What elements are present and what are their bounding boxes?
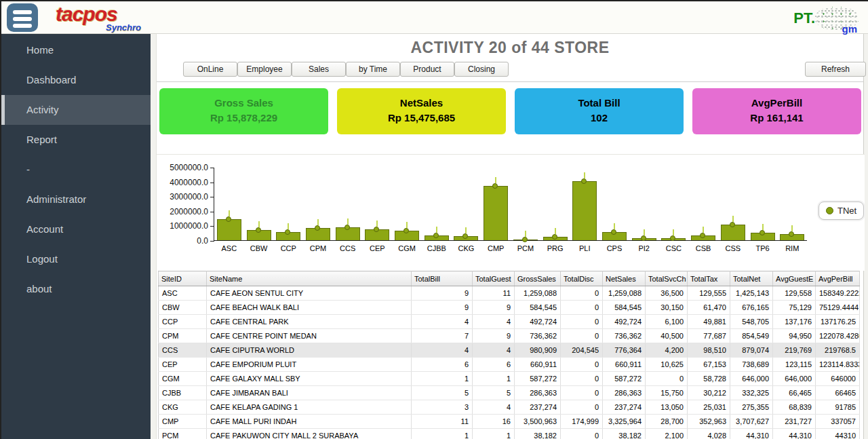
sidebar-item-activity[interactable]: Activity [1,95,151,125]
refresh-button[interactable]: Refresh [805,62,866,77]
column-header-totalsvcch[interactable]: TotalSvcCh [646,271,688,286]
column-header-sitename[interactable]: SiteName [207,271,412,286]
column-header-totaltax[interactable]: TotalTax [688,271,730,286]
sidebar-item-logout[interactable]: Logout [1,244,151,274]
tnet-bar-chart: 5000000.04000000.03000000.02000000.01000… [157,154,865,271]
cell-totaldisc: 0 [561,301,603,315]
sidebar-item-home[interactable]: Home [1,35,151,65]
error-whisker-icon [376,221,378,227]
chart-bar-cep [365,229,389,240]
y-axis-tick-label: 5000000.0 [157,163,208,172]
cell-totalsvcch: 2,100 [646,429,688,439]
sidebar-item-dashboard[interactable]: Dashboard [1,65,151,95]
kpi-card-avgperbill[interactable]: AvgPerBillRp 161,141 [692,88,861,134]
x-axis-category-label: CKG [452,244,481,252]
cell-avgperbill: 91785 [816,400,860,415]
cell-totaltax: 4,028 [688,429,730,439]
kpi-label: Total Bill [515,96,684,111]
error-whisker-icon [584,172,585,178]
brand-logo[interactable]: tacpos Synchro [56,3,137,33]
chart-bar-asc [217,219,241,240]
store-activity-table: SiteIDSiteNameTotalBillTotalGuestGrossSa… [158,271,861,439]
cell-grosssales: 38,182 [515,429,561,439]
cell-siteid: CKG [159,400,207,415]
column-header-netsales[interactable]: NetSales [603,271,646,286]
chart-plot-area [214,168,807,241]
tab-product[interactable]: Product [400,62,454,77]
kpi-cards: Gross SalesRp 15,878,229NetSalesRp 15,47… [159,88,865,134]
tab-online[interactable]: OnLine [183,62,237,77]
cell-grosssales: 736,362 [515,329,561,343]
column-header-totalbill[interactable]: TotalBill [412,271,473,286]
kpi-card-totalbill[interactable]: Total Bill102 [515,88,684,134]
cell-totaltax: 67,153 [688,358,730,372]
kpi-card-grosssales[interactable]: Gross SalesRp 15,878,229 [159,88,328,134]
table-row[interactable]: CCPCAFE CENTRAL PARK44492,7240492,7246,1… [159,315,860,329]
cell-sitename: CAFE MALL PURI INDAH [207,415,412,429]
sidebar-item-administrator[interactable]: Administrator [1,185,151,214]
tab-bytime[interactable]: by Time [346,62,400,77]
table-row[interactable]: CBWCAFE BEACH WALK BALI99584,5450584,545… [159,301,860,315]
chart-bar-slot [688,168,718,240]
table-row[interactable]: CMPCAFE MALL PURI INDAH11163,500,963174,… [159,415,860,429]
table-row[interactable]: PCMCAFE PAKUWON CITY MALL 2 SURABAYA1138… [159,429,860,439]
chart-bar-slot [540,168,570,240]
table-row[interactable]: CPMCAFE CENTRE POINT MEDAN79736,3620736,… [159,329,860,343]
tab-employee[interactable]: Employee [237,62,292,77]
table-row[interactable]: CCSCAFE CIPUTRA WORLD44980,909204,545776… [159,343,860,358]
chart-bar-csb [691,235,715,240]
chart-bar-rim [780,234,804,240]
y-axis-tick-label: 2000000.0 [157,207,208,216]
cell-avggueste: 129,558 [773,286,816,301]
cell-totalsvcch: 0 [646,372,688,386]
table-row[interactable]: CJBBCAFE JIMBARAN BALI55286,3630286,3631… [159,386,860,400]
cell-sitename: CAFE EMPORIUM PLUIT [207,358,412,372]
chart-bar-slot [244,168,274,240]
column-header-avggueste[interactable]: AvgGuestE [773,271,816,286]
sidebar-item-label: - [26,164,30,175]
cell-sitename: CAFE BEACH WALK BALI [207,301,412,315]
cell-siteid: CBW [159,301,207,315]
chart-bar-slot [659,168,689,240]
chart-bar-slot [718,168,748,240]
tab-sales[interactable]: Sales [292,62,346,77]
data-point-marker-icon [285,229,290,235]
column-header-totaldisc[interactable]: TotalDisc [561,271,603,286]
cell-totalnet: 646,000 [730,372,773,386]
table-row[interactable]: CGMCAFE GALAXY MALL SBY11587,2720587,272… [159,372,860,386]
hamburger-line-icon [13,17,32,21]
hamburger-menu-button[interactable] [7,3,38,32]
table-row[interactable]: ASCCAFE AEON SENTUL CITY9111,259,08801,2… [159,286,860,301]
error-whisker-icon [614,223,615,229]
kpi-card-netsales[interactable]: NetSalesRp 15,475,685 [337,88,506,134]
cell-netsales: 38,182 [603,429,646,439]
table-row[interactable]: CEPCAFE EMPORIUM PLUIT66660,9110660,9111… [159,358,860,372]
table-header-row: SiteIDSiteNameTotalBillTotalGuestGrossSa… [159,271,860,286]
table-row[interactable]: CKGCAFE KELAPA GADING 134237,2740237,274… [159,400,860,415]
cell-totalnet: 738,689 [730,358,773,372]
column-header-grosssales[interactable]: GrossSales [515,271,561,286]
data-point-marker-icon [462,233,468,239]
sidebar-item-account[interactable]: Account [1,214,151,244]
cell-netsales: 736,362 [603,329,646,343]
cell-totalnet: 676,165 [730,301,773,315]
cell-totaltax: 49,881 [688,315,730,329]
sidebar-item-about[interactable]: about [1,274,151,304]
data-point-marker-icon [611,229,616,235]
page-title: ACTIVITY 20 of 44 STORE [157,34,863,57]
sidebar-item-divider[interactable]: - [1,155,151,185]
view-tabs: OnLineEmployeeSalesby TimeProductClosing [183,62,509,77]
column-header-siteid[interactable]: SiteID [159,271,207,286]
tab-closing[interactable]: Closing [454,62,509,77]
legend-marker-icon [826,207,833,214]
chart-bar-slot [214,168,244,240]
column-header-totalnet[interactable]: TotalNet [730,271,773,286]
cell-totalbill: 11 [412,415,473,429]
data-point-marker-icon [226,216,231,222]
cell-sitename: CAFE AEON SENTUL CITY [207,286,412,301]
chart-bar-slot [481,168,511,240]
chart-bar-slot [273,168,303,240]
column-header-totalguest[interactable]: TotalGuest [473,271,515,286]
column-header-avgperbill[interactable]: AvgPerBill [816,271,860,286]
sidebar-item-report[interactable]: Report [1,125,151,155]
